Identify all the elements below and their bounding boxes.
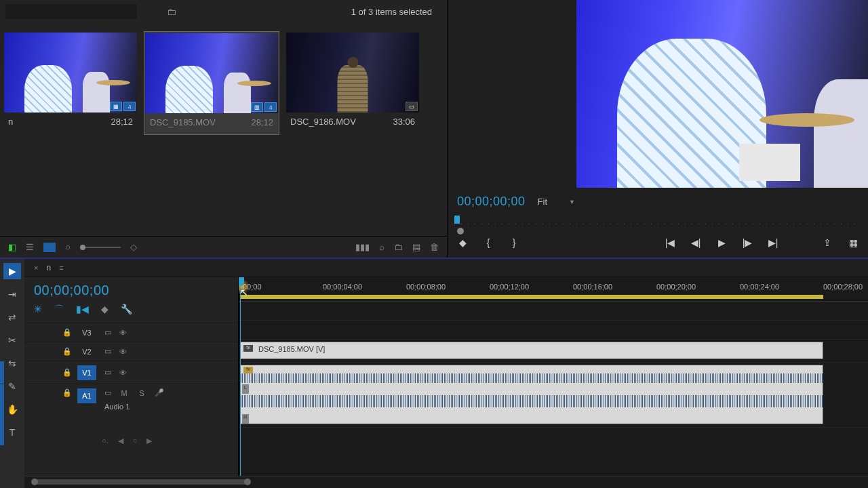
lock-icon[interactable]: 🔒	[62, 368, 72, 377]
sort-icon[interactable]: ◇	[130, 242, 137, 252]
write-toggle-icon[interactable]: ◧	[8, 242, 16, 252]
track-v2-header[interactable]: 🔒 V2 ▭ 👁	[24, 342, 238, 361]
type-tool[interactable]: T	[3, 424, 21, 441]
track-a1-header[interactable]: 🔒 A1 ▭ M S 🎤 Audio 1 ○.	[24, 384, 238, 449]
project-clips-grid: ▦♫ n 28;12 ▥♫ DSC_9185.MOV 28;12	[0, 23, 447, 143]
track-label[interactable]: A1	[77, 388, 96, 403]
step-forward-button[interactable]: |▶	[742, 237, 753, 248]
close-sequence-button[interactable]: ×	[34, 264, 38, 272]
track-label[interactable]: V3	[77, 325, 96, 340]
step-back-button[interactable]: ◀|	[690, 237, 701, 248]
keyframe-mode-icon[interactable]: ○.	[102, 436, 108, 445]
zoom-fit-select[interactable]: Fit▼	[538, 197, 575, 207]
razor-tool[interactable]: ✂	[3, 332, 21, 348]
add-keyframe-icon[interactable]: ○	[133, 436, 138, 445]
lock-icon[interactable]: 🔒	[62, 328, 72, 337]
timeline-ruler[interactable]: ↖ 00;00 00;00;04;00 00;00;08;00 00;00;12…	[239, 277, 868, 302]
waveform-left	[241, 373, 823, 383]
timeline-timecode[interactable]: 00;00;00;00	[34, 283, 229, 298]
pen-tool[interactable]: ✎	[3, 378, 21, 394]
sequence-menu-icon[interactable]: ≡	[59, 264, 63, 272]
list-view-icon[interactable]: ☰	[26, 242, 34, 252]
slip-tool[interactable]: ⇆	[3, 355, 21, 371]
sync-lock-icon[interactable]: ▭	[104, 368, 111, 377]
marker-icon[interactable]: ◆	[101, 304, 108, 316]
mark-in-button[interactable]: {	[483, 237, 494, 248]
next-keyframe-icon[interactable]: ▶	[146, 436, 152, 445]
ripple-edit-tool[interactable]: ⇄	[3, 309, 21, 325]
clip-name: DSC_9186.MOV	[290, 117, 356, 127]
settings-icon[interactable]: 🔧	[121, 304, 132, 316]
go-to-in-button[interactable]: |◀	[665, 237, 675, 248]
video-clip[interactable]: fx DSC_9185.MOV [V]	[240, 342, 823, 359]
go-to-out-button[interactable]: ▶|	[768, 237, 778, 248]
hand-tool[interactable]: ✋	[3, 401, 21, 418]
play-button[interactable]: ▶	[716, 237, 727, 248]
zoom-min-icon: ○	[65, 242, 71, 252]
sync-lock-icon[interactable]: ▭	[104, 388, 111, 397]
voice-record-icon[interactable]: 🎤	[155, 388, 164, 397]
find-icon[interactable]: ⌕	[379, 242, 384, 252]
work-area-bar[interactable]	[240, 295, 823, 299]
lift-button[interactable]: ⇪	[822, 237, 833, 248]
timeline-scroll-thumb[interactable]	[34, 479, 248, 485]
sync-lock-icon[interactable]: ▭	[104, 328, 111, 337]
a1-lane[interactable]: fx L R	[239, 363, 868, 428]
fx-badge-icon[interactable]: fx	[243, 345, 253, 352]
program-timecode[interactable]: 00;00;00;00	[457, 195, 526, 209]
eye-icon[interactable]: 👁	[119, 369, 127, 377]
ruler-tick: 00;00;28;00	[823, 283, 863, 291]
new-bin-icon[interactable]: 🗀	[167, 6, 176, 17]
add-marker-button[interactable]: ◆	[457, 237, 468, 248]
clip-duration: 33:06	[393, 117, 415, 127]
eye-icon[interactable]: 👁	[119, 348, 127, 356]
mute-button[interactable]: M	[119, 389, 129, 397]
selection-tool[interactable]: ▶	[3, 263, 21, 279]
clip-title: DSC_9185.MOV [V]	[258, 345, 325, 353]
clip-item[interactable]: ▦♫ n 28;12	[3, 31, 138, 135]
track-v1-header[interactable]: 🔒 V1 ▭ 👁	[24, 361, 238, 384]
track-label[interactable]: V2	[77, 344, 96, 359]
fx-badge-icon[interactable]: fx	[243, 367, 253, 373]
timeline-tracks-area[interactable]: ↖ 00;00 00;00;04;00 00;00;08;00 00;00;12…	[239, 277, 868, 476]
thumbnail-zoom-slider[interactable]	[80, 247, 121, 248]
channel-l-label: L	[242, 384, 249, 394]
lock-icon[interactable]: 🔒	[62, 347, 72, 356]
trash-icon[interactable]: 🗑	[430, 242, 439, 252]
clip-item[interactable]: ▭ DSC_9186.MOV 33:06	[285, 31, 420, 135]
clip-item[interactable]: ▥♫ DSC_9185.MOV 28;12	[144, 31, 279, 135]
track-headers: 00;00;00;00 ✳ ⌒ ▮◀ ◆ 🔧 🔒 V3 ▭ �	[24, 277, 239, 476]
clip-duration: 28;12	[111, 117, 133, 127]
timeline-scrollbar[interactable]	[24, 476, 868, 488]
snap-icon[interactable]: ✳	[34, 304, 42, 316]
new-item-icon[interactable]: ▤	[412, 242, 420, 252]
sequence-name[interactable]: n	[46, 263, 51, 272]
linked-selection-icon[interactable]: ⌒	[54, 304, 64, 316]
program-playhead[interactable]	[454, 216, 460, 224]
audio-clip[interactable]: fx L R	[240, 365, 823, 424]
prev-keyframe-icon[interactable]: ◀	[118, 436, 123, 445]
automate-icon[interactable]: ▮▮▮	[355, 242, 370, 252]
project-search-input[interactable]	[5, 4, 137, 19]
track-select-tool[interactable]: ⇥	[3, 286, 21, 302]
icon-view-icon[interactable]	[43, 243, 56, 252]
add-marker-icon[interactable]: ▮◀	[76, 304, 89, 316]
program-ruler[interactable]	[454, 216, 861, 232]
timeline-playhead[interactable]	[240, 277, 241, 476]
track-label[interactable]: V1	[77, 365, 96, 380]
export-frame-button[interactable]: ▦	[848, 237, 859, 248]
sync-lock-icon[interactable]: ▭	[104, 347, 111, 356]
mark-out-button[interactable]: }	[509, 237, 519, 248]
eye-icon[interactable]: 👁	[119, 329, 127, 337]
audio-badge-icon: ♫	[123, 102, 136, 111]
program-scrub-knob[interactable]	[457, 228, 464, 235]
v2-lane[interactable]	[239, 321, 868, 340]
program-monitor-viewport[interactable]	[576, 0, 868, 188]
v3-lane[interactable]	[239, 302, 868, 321]
lock-icon[interactable]: 🔒	[62, 388, 72, 397]
track-v3-header[interactable]: 🔒 V3 ▭ 👁	[24, 323, 238, 342]
solo-button[interactable]: S	[137, 389, 146, 397]
new-bin-icon[interactable]: 🗀	[394, 242, 403, 252]
v1-lane[interactable]: fx DSC_9185.MOV [V]	[239, 340, 868, 363]
waveform-right	[241, 395, 823, 407]
